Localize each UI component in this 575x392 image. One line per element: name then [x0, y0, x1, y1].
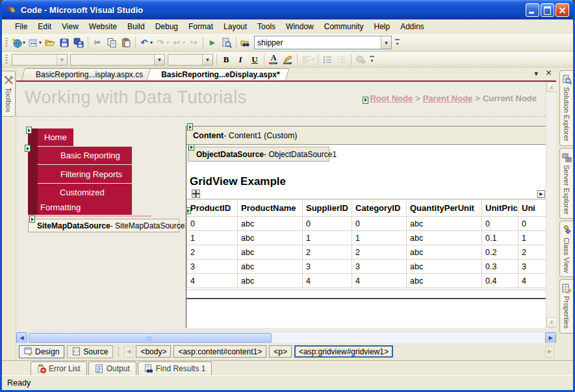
tag-body-button[interactable]: <body> [136, 345, 171, 358]
navigate-backward-button[interactable]: ↩ [170, 36, 186, 50]
server-explorer-tab[interactable]: Server Explorer [559, 148, 573, 219]
toolbar-grip[interactable] [5, 38, 8, 48]
output-tab[interactable]: Output [88, 361, 136, 375]
objectdatasource-control[interactable]: ObjectDataSource - ObjectDataSource1 [188, 147, 329, 162]
toolbox-tab[interactable]: Toolbox [2, 71, 16, 117]
navigate-forward-button[interactable]: ↪ [186, 36, 201, 50]
toolbar-grip[interactable] [5, 55, 8, 65]
save-button[interactable] [57, 36, 71, 50]
underline-button[interactable]: U [248, 53, 262, 67]
page-title: Working with Data Tutorials [25, 88, 247, 108]
foreground-color-button[interactable]: A [266, 53, 281, 67]
copy-button[interactable] [105, 36, 119, 50]
add-new-item-button[interactable] [27, 36, 43, 50]
error-list-tab[interactable]: Error List [31, 361, 87, 375]
menu-debug[interactable]: Debug [150, 20, 183, 33]
tag-asp-gridview-button[interactable]: <asp:gridview#gridview1> [294, 345, 393, 358]
numbered-list-button[interactable] [335, 53, 349, 67]
highlight-color-button[interactable] [281, 53, 295, 67]
tag-nav-left-arrow[interactable]: ◀ [124, 346, 133, 358]
tag-p-button[interactable]: <p> [269, 345, 292, 358]
scroll-right-icon[interactable]: ▶ [545, 332, 556, 343]
scroll-down-icon[interactable]: ▼ [546, 317, 556, 328]
grid-cell: 0.2 [482, 245, 518, 260]
source-view-button[interactable]: Source [67, 345, 113, 358]
menu-addins[interactable]: Addins [395, 20, 429, 33]
menu-format[interactable]: Format [183, 20, 218, 33]
close-button[interactable] [556, 3, 569, 17]
nav-item-basic-reporting[interactable]: Basic Reporting [38, 147, 132, 164]
font-name-combobox[interactable] [70, 54, 165, 66]
italic-button[interactable]: I [233, 53, 248, 67]
new-website-button[interactable] [10, 36, 27, 50]
maximize-button[interactable] [541, 3, 554, 17]
font-size-dropdown[interactable] [202, 55, 212, 65]
tab-basicreporting-aspx[interactable]: BasicReporting...eDisplay.aspx* [148, 68, 288, 80]
close-document-icon[interactable]: × [545, 69, 552, 78]
font-name-dropdown[interactable] [154, 55, 164, 65]
toolbar-options-button[interactable] [393, 36, 402, 50]
menu-view[interactable]: View [57, 20, 84, 33]
menu-layout[interactable]: Layout [218, 20, 252, 33]
nav-item-customized-formatting[interactable]: Customized Formatting [38, 184, 132, 215]
tag-asp-content-button[interactable]: <asp:content#content1> [173, 345, 266, 358]
menu-edit[interactable]: Edit [32, 20, 57, 33]
menu-window[interactable]: Window [281, 20, 319, 33]
grid-cell: 0.3 [482, 260, 518, 274]
class-view-tab[interactable]: Class View [559, 221, 573, 277]
bold-button[interactable]: B [219, 53, 233, 67]
hyperlink-button[interactable] [353, 53, 368, 67]
redo-button[interactable]: ↷ [154, 36, 170, 50]
nav-item-filtering-reports[interactable]: Filtering Reports [38, 165, 132, 183]
menu-website[interactable]: Website [84, 20, 122, 33]
open-file-button[interactable] [43, 36, 57, 50]
cut-button[interactable]: ✂ [90, 36, 105, 50]
bulleted-list-button[interactable] [320, 53, 335, 67]
find-combobox[interactable] [254, 36, 392, 49]
tab-list-dropdown-icon[interactable]: ▾ [535, 69, 539, 78]
menu-community[interactable]: Community [319, 20, 369, 33]
target-rule-combobox[interactable] [12, 54, 68, 66]
find-results-tab[interactable]: Find Results 1 [138, 361, 212, 375]
font-size-input[interactable] [168, 55, 202, 64]
find-dropdown-button[interactable] [381, 36, 391, 49]
start-debugging-button[interactable]: ▶ [205, 36, 220, 50]
breadcrumb-parent-link[interactable]: Parent Node [423, 93, 473, 103]
design-vertical-scrollbar[interactable]: ▲ ▼ [546, 82, 556, 328]
target-rule-input[interactable] [12, 55, 57, 64]
design-view-button[interactable]: Design [19, 345, 64, 358]
toolbar-options-button[interactable] [368, 53, 376, 67]
sitemapdatasource-control[interactable]: SiteMapDataSource - SiteMapDataSource1 [28, 219, 179, 232]
menu-help[interactable]: Help [368, 20, 395, 33]
breadcrumb-root-link[interactable]: Root Node [370, 93, 413, 103]
save-all-button[interactable] [71, 36, 86, 50]
tab-basicreporting-codebehind[interactable]: BasicReporting...isplay.aspx.cs [23, 68, 151, 80]
view-in-browser-button[interactable] [220, 36, 234, 50]
nav-item-home[interactable]: Home [38, 129, 73, 146]
title-bar[interactable]: Code - Microsoft Visual Studio [2, 0, 573, 19]
target-rule-dropdown[interactable] [57, 55, 67, 65]
font-name-input[interactable] [71, 55, 154, 64]
design-horizontal-scrollbar[interactable]: ◀ ▶ [16, 332, 556, 343]
gridview-control[interactable]: ProductIDProductNameSupplierIDCategoryID… [186, 199, 546, 290]
content-control-header[interactable]: Content - Content1 (Custom) [186, 126, 546, 145]
solution-explorer-tab[interactable]: Solution Explorer [559, 70, 573, 146]
properties-tab[interactable]: Properties [559, 279, 573, 333]
menu-build[interactable]: Build [122, 20, 150, 33]
alignment-button[interactable] [300, 53, 316, 67]
tag-nav-right-arrow[interactable]: ▶ [545, 346, 554, 358]
gridview-table: ProductIDProductNameSupplierIDCategoryID… [186, 199, 546, 288]
menu-file[interactable]: File [10, 20, 32, 33]
find-in-files-button[interactable] [238, 36, 253, 50]
smart-tag-button[interactable] [537, 190, 545, 198]
paste-button[interactable] [119, 36, 133, 50]
scroll-left-icon[interactable]: ◀ [16, 332, 27, 343]
undo-button[interactable]: ↶ [138, 36, 154, 50]
font-size-combobox[interactable] [168, 54, 213, 66]
menu-tools[interactable]: Tools [252, 20, 281, 33]
minimize-button[interactable] [526, 3, 539, 17]
move-handle-icon[interactable] [192, 190, 200, 198]
find-input[interactable] [255, 38, 381, 47]
scroll-up-icon[interactable]: ▲ [546, 82, 556, 92]
horizontal-scrollbar-thumb[interactable] [29, 333, 272, 343]
